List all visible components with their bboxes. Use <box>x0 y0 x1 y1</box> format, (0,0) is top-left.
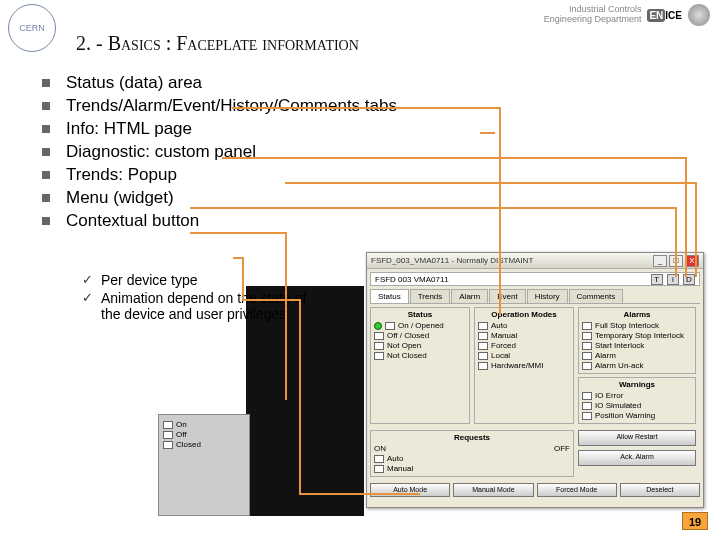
page-number: 19 <box>682 512 708 530</box>
ack-alarm-button[interactable]: Ack. Alarm <box>578 450 696 466</box>
maximize-button[interactable]: □ <box>669 255 683 267</box>
dept-text: Industrial Controls Engineering Departme… <box>544 5 642 25</box>
group-alarms: Alarms Full Stop Interlock Temporary Sto… <box>578 307 696 374</box>
info-button[interactable]: i <box>667 274 679 285</box>
bullet-text: Trends/Alarm/Event/History/Comments tabs <box>66 96 397 116</box>
bullet-text: Contextual button <box>66 211 199 231</box>
bullet-text: Info: HTML page <box>66 119 192 139</box>
mode-buttons: Auto Mode Manual Mode Forced Mode Desele… <box>367 480 703 500</box>
popup-title: FSFD_003_VMA0711 - Normally DISTMAINT <box>371 256 651 265</box>
tab-history[interactable]: History <box>527 289 568 303</box>
trend-button[interactable]: T <box>651 274 663 285</box>
mini-panel: On Off Closed <box>158 414 250 516</box>
sub-text: Per device type <box>101 272 198 288</box>
tab-event[interactable]: Event <box>489 289 525 303</box>
forced-mode-button[interactable]: Forced Mode <box>537 483 617 497</box>
sub-text: Animation depend on the state of the dev… <box>101 290 312 322</box>
enice-badge: ENICE <box>647 10 682 21</box>
breadcrumb: FSFD 003 VMA0711 T i D <box>370 272 700 286</box>
bullet-icon <box>42 125 50 133</box>
group-modes: Operation Modes Auto Manual Forced Local… <box>474 307 574 424</box>
check-icon: ✓ <box>82 290 93 322</box>
minimize-button[interactable]: _ <box>653 255 667 267</box>
sub-bullets: ✓Per device type ✓Animation depend on th… <box>82 270 312 324</box>
bullet-icon <box>42 171 50 179</box>
group-requests: Requests ONOFF Auto Manual <box>370 430 574 477</box>
bullet-icon <box>42 194 50 202</box>
bullet-text: Menu (widget) <box>66 188 174 208</box>
group-status: Status On / Opened Off / Closed Not Open… <box>370 307 470 424</box>
tab-comments[interactable]: Comments <box>569 289 624 303</box>
allow-restart-button[interactable]: Allow Restart <box>578 430 696 446</box>
bullet-icon <box>42 148 50 156</box>
check-icon: ✓ <box>82 272 93 288</box>
faceplate-popup[interactable]: FSFD_003_VMA0711 - Normally DISTMAINT _ … <box>366 252 704 508</box>
bullet-text: Diagnostic: custom panel <box>66 142 256 162</box>
cern-logo: CERN <box>8 4 56 52</box>
popup-titlebar[interactable]: FSFD_003_VMA0711 - Normally DISTMAINT _ … <box>367 253 703 269</box>
bullet-text: Status (data) area <box>66 73 202 93</box>
tab-alarm[interactable]: Alarm <box>451 289 488 303</box>
slide-title: 2. - Basics : Faceplate information <box>76 32 359 55</box>
bullet-icon <box>42 79 50 87</box>
bullet-text: Trends: Popup <box>66 165 177 185</box>
bullet-icon <box>42 102 50 110</box>
tab-status[interactable]: Status <box>370 289 409 303</box>
tabs: Status Trends Alarm Event History Commen… <box>370 289 700 304</box>
auto-mode-button[interactable]: Auto Mode <box>370 483 450 497</box>
group-warnings: Warnings IO Error IO Simulated Position … <box>578 377 696 424</box>
manual-mode-button[interactable]: Manual Mode <box>453 483 533 497</box>
close-button[interactable]: X <box>685 255 699 267</box>
deselect-button[interactable]: Deselect <box>620 483 700 497</box>
main-bullets: Status (data) area Trends/Alarm/Event/Hi… <box>42 70 662 234</box>
diag-button[interactable]: D <box>683 274 695 285</box>
chip-icon <box>688 4 710 26</box>
top-icon-buttons: T i D <box>649 274 695 285</box>
tab-trends[interactable]: Trends <box>410 289 451 303</box>
header: Industrial Controls Engineering Departme… <box>544 4 710 26</box>
bullet-icon <box>42 217 50 225</box>
